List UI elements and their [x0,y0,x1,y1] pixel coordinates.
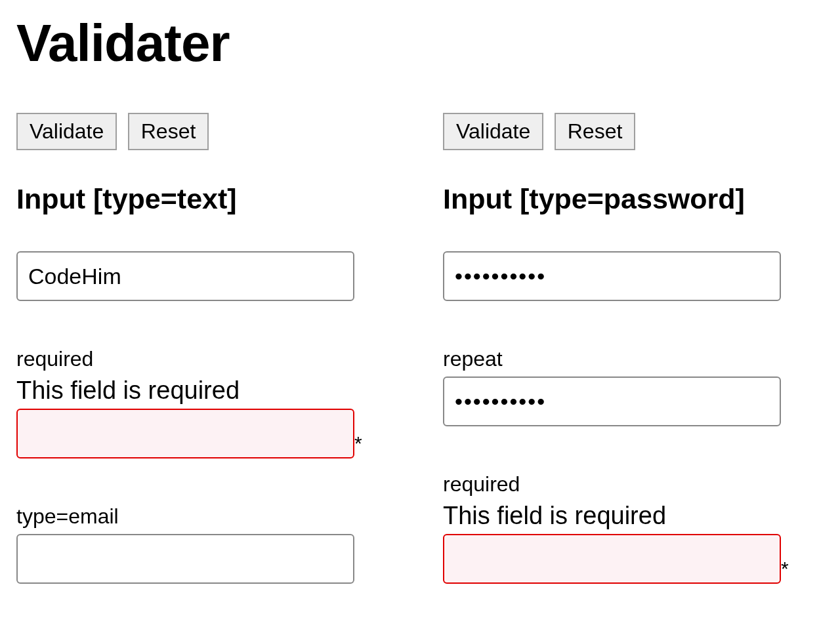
section-heading-password: Input [type=password] [443,183,797,215]
reset-button[interactable]: Reset [555,113,636,150]
required-password-input[interactable] [443,534,781,584]
button-row-right: Validate Reset [443,113,797,150]
field-group-text-required: required This field is required * [16,347,371,458]
validate-button[interactable]: Validate [443,113,543,150]
password-input[interactable] [443,251,781,301]
text-input[interactable] [16,251,354,301]
field-label: required [443,472,797,497]
section-heading-text: Input [type=text] [16,183,371,215]
field-group-email: type=email [16,504,371,584]
field-group-password-required: required This field is required * [443,472,797,584]
field-label: type=email [16,504,371,529]
required-asterisk: * [781,558,789,580]
error-message: This field is required [16,377,371,405]
password-repeat-input[interactable] [443,377,781,426]
validate-button[interactable]: Validate [16,113,117,150]
field-label: repeat [443,347,797,371]
error-message: This field is required [443,502,797,530]
email-input[interactable] [16,534,354,584]
page-title: Validater [16,13,824,73]
field-group-password [443,251,797,301]
field-group-text-plain [16,251,371,301]
right-column: Validate Reset Input [type=password] rep… [443,113,797,584]
field-group-password-repeat: repeat [443,347,797,426]
field-label: required [16,347,371,371]
reset-button[interactable]: Reset [128,113,209,150]
required-text-input[interactable] [16,409,354,458]
button-row-left: Validate Reset [16,113,371,150]
required-asterisk: * [354,432,362,455]
left-column: Validate Reset Input [type=text] require… [16,113,371,584]
